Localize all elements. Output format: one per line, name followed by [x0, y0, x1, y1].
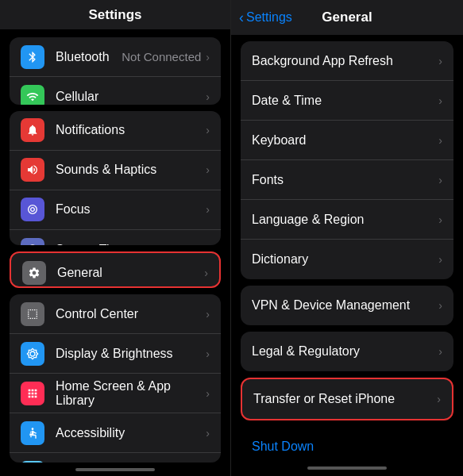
right-panel: ‹ Settings General Background App Refres…: [231, 0, 463, 476]
date-time-label: Date & Time: [252, 94, 438, 108]
cellular-chevron: ›: [206, 90, 210, 103]
home-screen-icon: [21, 382, 44, 405]
display-brightness-chevron: ›: [206, 347, 210, 360]
legal-regulatory-label: Legal & Regulatory: [252, 344, 438, 359]
shutdown-row[interactable]: Shut Down: [241, 427, 453, 460]
sounds-icon: [21, 158, 44, 182]
general-icon: [22, 261, 46, 285]
legal-group: Legal & Regulatory ›: [241, 332, 453, 371]
cellular-label: Cellular: [56, 90, 206, 104]
left-header-title: Settings: [88, 7, 141, 23]
date-time-row[interactable]: Date & Time ›: [241, 81, 453, 121]
wallpaper-icon: [21, 461, 44, 463]
screen-time-icon: [21, 238, 44, 245]
back-label: Settings: [246, 10, 292, 25]
legal-regulatory-chevron: ›: [438, 345, 442, 358]
connectivity-group: Bluetooth Not Connected › Cellular ›: [10, 37, 221, 105]
language-region-label: Language & Region: [252, 213, 438, 227]
display-group: Control Center › Display & Brightness › …: [10, 294, 221, 463]
display-brightness-row[interactable]: Display & Brightness ›: [10, 334, 221, 374]
sounds-haptics-row[interactable]: Sounds & Haptics ›: [10, 151, 221, 190]
bluetooth-value: Not Connected: [122, 50, 201, 63]
fonts-label: Fonts: [252, 173, 438, 187]
vpn-device-row[interactable]: VPN & Device Management ›: [241, 286, 453, 325]
bluetooth-icon: [21, 45, 44, 69]
wallpaper-row[interactable]: Wallpaper ›: [10, 453, 221, 463]
transfer-reset-row[interactable]: Transfer or Reset iPhone ›: [242, 379, 452, 419]
left-home-indicator: [75, 468, 155, 471]
focus-label: Focus: [56, 202, 206, 217]
screen-time-row[interactable]: Screen Time ›: [10, 230, 221, 245]
home-screen-chevron: ›: [206, 387, 210, 400]
left-header: Settings: [0, 0, 230, 29]
home-screen-row[interactable]: Home Screen & App Library ›: [10, 374, 221, 413]
control-center-label: Control Center: [56, 307, 206, 321]
accessibility-label: Accessibility: [56, 426, 206, 440]
fonts-chevron: ›: [438, 174, 442, 186]
bluetooth-label: Bluetooth: [56, 50, 122, 64]
right-home-indicator: [307, 466, 387, 470]
keyboard-row[interactable]: Keyboard ›: [241, 121, 453, 160]
notifications-label: Notifications: [56, 123, 206, 137]
vpn-group: VPN & Device Management ›: [241, 286, 453, 325]
notifications-group: Notifications › Sounds & Haptics › Focus…: [10, 111, 221, 245]
back-button[interactable]: ‹ Settings: [239, 10, 292, 26]
vpn-device-label: VPN & Device Management: [252, 298, 438, 313]
notifications-icon: [21, 118, 44, 142]
fonts-row[interactable]: Fonts ›: [241, 160, 453, 200]
home-screen-label: Home Screen & App Library: [56, 379, 206, 408]
display-brightness-label: Display & Brightness: [56, 347, 206, 361]
screen-time-label: Screen Time: [56, 243, 206, 245]
dictionary-chevron: ›: [438, 253, 442, 266]
svg-point-0: [32, 428, 34, 430]
accessibility-icon: [21, 421, 44, 445]
keyboard-label: Keyboard: [252, 133, 438, 148]
vpn-device-chevron: ›: [438, 299, 442, 312]
background-refresh-chevron: ›: [438, 55, 442, 67]
accessibility-row[interactable]: Accessibility ›: [10, 413, 221, 453]
keyboard-chevron: ›: [438, 134, 442, 147]
right-header: ‹ Settings General: [231, 0, 463, 35]
right-time-group: Background App Refresh › Date & Time › K…: [241, 41, 453, 279]
right-scroll-area: Background App Refresh › Date & Time › K…: [231, 35, 463, 460]
focus-row[interactable]: Focus ›: [10, 190, 221, 230]
transfer-reset-chevron: ›: [437, 393, 441, 405]
background-refresh-label: Background App Refresh: [252, 54, 438, 68]
sounds-chevron: ›: [206, 163, 210, 176]
focus-chevron: ›: [206, 203, 210, 216]
back-chevron-icon: ‹: [239, 10, 244, 26]
reset-group: Transfer or Reset iPhone ›: [241, 378, 453, 420]
cellular-icon: [21, 85, 44, 105]
background-refresh-row[interactable]: Background App Refresh ›: [241, 41, 453, 81]
control-center-row[interactable]: Control Center ›: [10, 294, 221, 334]
general-row[interactable]: General ›: [11, 253, 219, 288]
notifications-row[interactable]: Notifications ›: [10, 111, 221, 151]
shutdown-label: Shut Down: [252, 440, 314, 454]
general-chevron: ›: [204, 267, 208, 279]
screen-time-chevron: ›: [206, 244, 210, 245]
language-region-chevron: ›: [438, 213, 442, 226]
left-bottom-bar: [0, 463, 230, 476]
language-region-row[interactable]: Language & Region ›: [241, 200, 453, 240]
cellular-row[interactable]: Cellular ›: [10, 77, 221, 105]
accessibility-chevron: ›: [206, 427, 210, 440]
left-panel: Settings Bluetooth Not Connected › Cellu…: [0, 0, 231, 476]
dictionary-label: Dictionary: [252, 252, 438, 267]
date-time-chevron: ›: [438, 94, 442, 107]
control-center-chevron: ›: [206, 308, 210, 321]
bluetooth-row[interactable]: Bluetooth Not Connected ›: [10, 37, 221, 77]
notifications-chevron: ›: [206, 124, 210, 136]
control-center-icon: [21, 302, 44, 326]
general-group: General ›: [10, 251, 221, 288]
dictionary-row[interactable]: Dictionary ›: [241, 240, 453, 279]
display-brightness-icon: [21, 342, 44, 366]
general-label: General: [57, 266, 204, 280]
right-header-title: General: [322, 10, 372, 25]
sounds-haptics-label: Sounds & Haptics: [56, 163, 206, 177]
bluetooth-chevron: ›: [206, 51, 210, 63]
transfer-reset-label: Transfer or Reset iPhone: [253, 392, 437, 406]
legal-regulatory-row[interactable]: Legal & Regulatory ›: [241, 332, 453, 371]
right-bottom-bar: [231, 460, 463, 476]
focus-icon: [21, 198, 44, 221]
